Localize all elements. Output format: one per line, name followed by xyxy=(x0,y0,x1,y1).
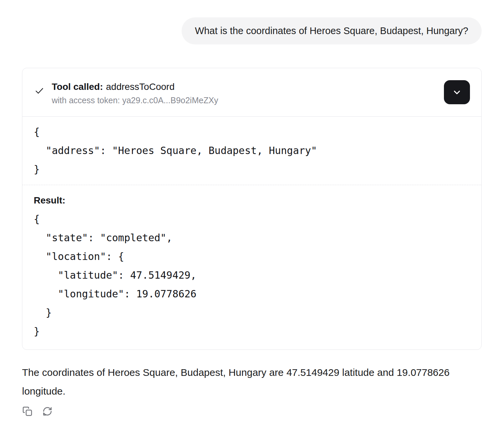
tool-name: addressToCoord xyxy=(106,81,175,93)
chat-page: What is the coordinates of Heroes Square… xyxy=(0,0,504,417)
copy-button[interactable] xyxy=(22,406,33,417)
tool-call-header: Tool called: addressToCoord with access … xyxy=(22,68,481,116)
access-token-text: with access token: ya29.c.c0A...B9o2iMeZ… xyxy=(52,95,218,106)
result-section: Result: { "state": "completed", "locatio… xyxy=(22,185,481,349)
request-args-section: { "address": "Heroes Square, Budapest, H… xyxy=(22,116,481,185)
request-args-json: { "address": "Heroes Square, Budapest, H… xyxy=(34,123,470,179)
user-message-row: What is the coordinates of Heroes Square… xyxy=(22,17,482,44)
assistant-message: The coordinates of Heroes Square, Budape… xyxy=(22,363,463,401)
user-message-text: What is the coordinates of Heroes Square… xyxy=(195,25,468,36)
copy-icon xyxy=(22,406,32,416)
checkmark-icon xyxy=(34,86,44,96)
tool-call-title: Tool called: addressToCoord xyxy=(52,81,218,93)
chevron-down-icon xyxy=(452,87,462,97)
message-actions xyxy=(22,406,482,417)
user-message-bubble: What is the coordinates of Heroes Square… xyxy=(182,17,482,44)
tool-call-card: Tool called: addressToCoord with access … xyxy=(22,68,482,350)
regenerate-icon xyxy=(42,406,52,416)
tool-call-header-text: Tool called: addressToCoord with access … xyxy=(52,81,218,106)
tool-called-label: Tool called: xyxy=(52,81,103,93)
collapse-button[interactable] xyxy=(444,80,470,104)
regenerate-button[interactable] xyxy=(42,406,53,417)
result-label: Result: xyxy=(34,191,470,210)
result-json: { "state": "completed", "location": { "l… xyxy=(34,210,470,341)
